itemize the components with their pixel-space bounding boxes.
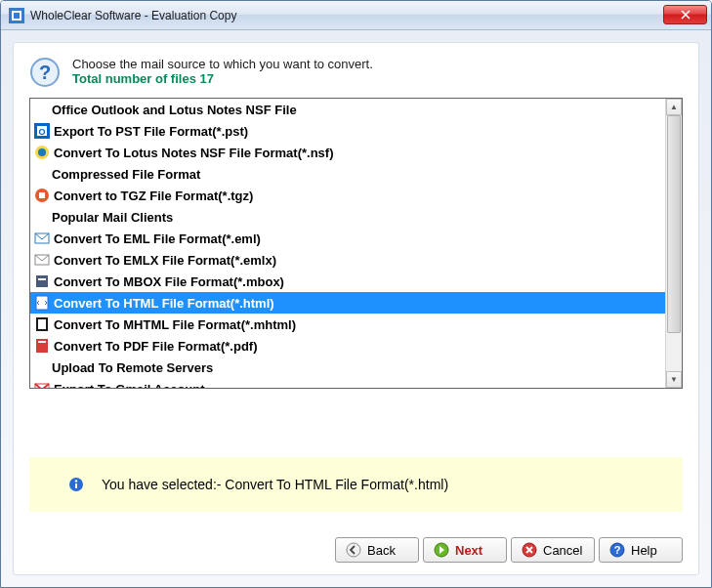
list-item[interactable]: Convert To HTML File Format(*.html) <box>30 292 682 314</box>
file-count-prefix: Total number of files <box>72 71 200 86</box>
emlx-icon <box>34 252 50 268</box>
gmail-icon <box>34 381 50 388</box>
list-item-label: Convert To HTML File Format(*.html) <box>54 296 274 311</box>
help-label: Help <box>631 543 672 558</box>
help-icon: ? <box>609 542 625 558</box>
list-item[interactable]: Convert To MBOX File Format(*.mbox) <box>30 271 682 292</box>
next-label: Next <box>455 543 496 558</box>
list-category-header: Popular Mail Clients <box>30 206 682 228</box>
svg-rect-20 <box>38 341 46 343</box>
svg-point-9 <box>38 148 46 156</box>
titlebar: WholeClear Software - Evaluation Copy <box>1 1 711 30</box>
svg-rect-16 <box>36 296 48 310</box>
list-item-label: Convert To EML File Format(*.eml) <box>54 231 261 246</box>
file-count-value: 17 <box>200 71 214 86</box>
list-item[interactable]: Convert to TGZ File Format(*.tgz) <box>30 185 682 206</box>
svg-rect-2 <box>14 13 20 19</box>
info-icon <box>68 477 84 492</box>
list-item-label: Convert To MBOX File Format(*.mbox) <box>54 274 284 289</box>
list-item[interactable]: Convert To EML File Format(*.eml) <box>30 228 682 249</box>
mbox-icon <box>34 273 50 289</box>
close-button[interactable] <box>663 5 707 24</box>
lotus-icon <box>34 145 50 160</box>
svg-rect-18 <box>38 319 46 329</box>
mhtml-icon <box>34 316 50 332</box>
cancel-button[interactable]: Cancel <box>511 537 595 563</box>
list-item[interactable]: OExport To PST File Format(*.pst) <box>30 120 682 142</box>
file-count-text: Total number of files 17 <box>72 71 373 86</box>
list-item[interactable]: Convert To PDF File Format(*.pdf) <box>30 335 682 357</box>
window-title: WholeClear Software - Evaluation Copy <box>30 9 663 22</box>
list-item[interactable]: Convert To MHTML File Format(*.mhtml) <box>30 314 682 335</box>
back-label: Back <box>367 543 408 558</box>
list-item-label: Convert To MHTML File Format(*.mhtml) <box>54 317 296 332</box>
back-button[interactable]: Back <box>335 537 419 563</box>
selection-value: Convert To HTML File Format(*.html) <box>225 477 448 492</box>
list-item-label: Convert To PDF File Format(*.pdf) <box>54 339 257 354</box>
list-item-label: Convert to TGZ File Format(*.tgz) <box>54 189 253 203</box>
list-item-label: Export To PST File Format(*.pst) <box>54 124 248 139</box>
scroll-thumb[interactable] <box>667 115 681 333</box>
list-item[interactable]: Export To Gmail Account <box>30 378 682 388</box>
list-item-label: Convert To EMLX File Format(*.emlx) <box>54 253 276 268</box>
svg-text:?: ? <box>614 544 621 556</box>
back-icon <box>346 542 361 558</box>
list-item-label: Export To Gmail Account <box>54 382 205 389</box>
list-category-header: Upload To Remote Servers <box>30 357 682 378</box>
next-button[interactable]: Next <box>423 537 507 563</box>
next-icon <box>434 542 449 558</box>
list-item[interactable]: Convert To EMLX File Format(*.emlx) <box>30 249 682 271</box>
eml-icon <box>34 231 50 246</box>
selection-text: You have selected:- Convert To HTML File… <box>102 477 448 492</box>
cancel-icon <box>522 542 537 558</box>
question-icon: ? <box>29 57 61 88</box>
app-icon <box>9 8 24 23</box>
help-button[interactable]: ? Help <box>599 537 683 563</box>
svg-point-25 <box>347 543 360 557</box>
html-icon <box>34 295 50 311</box>
header: ? Choose the mail source to which you wa… <box>29 57 683 88</box>
format-list: Office Outlook and Lotus Notes NSF FileO… <box>29 98 683 389</box>
svg-rect-11 <box>39 192 45 198</box>
scrollbar[interactable]: ▲ ▼ <box>665 99 682 388</box>
svg-rect-15 <box>38 278 46 280</box>
pdf-icon <box>34 338 50 354</box>
selection-info: You have selected:- Convert To HTML File… <box>29 457 683 512</box>
content-panel: ? Choose the mail source to which you wa… <box>13 42 699 575</box>
tgz-icon <box>34 188 50 203</box>
close-icon <box>681 10 691 20</box>
instruction-text: Choose the mail source to which you want… <box>72 57 373 71</box>
scroll-up-button[interactable]: ▲ <box>666 99 682 115</box>
svg-rect-24 <box>75 483 77 488</box>
selection-prefix: You have selected:- <box>102 477 225 492</box>
svg-rect-14 <box>36 275 48 287</box>
button-bar: Back Next Cancel ? Help <box>29 531 683 563</box>
list-category-header: Compressed File Format <box>30 163 682 185</box>
main-window: WholeClear Software - Evaluation Copy ? … <box>0 0 712 588</box>
list-category-header: Office Outlook and Lotus Notes NSF File <box>30 99 682 120</box>
svg-text:O: O <box>38 127 45 137</box>
outlook-icon: O <box>34 123 50 139</box>
content-area: ? Choose the mail source to which you wa… <box>1 30 711 587</box>
scroll-down-button[interactable]: ▼ <box>666 371 682 388</box>
list-item[interactable]: Convert To Lotus Notes NSF File Format(*… <box>30 142 682 163</box>
cancel-label: Cancel <box>543 543 584 558</box>
svg-text:?: ? <box>39 62 51 83</box>
list-item-label: Convert To Lotus Notes NSF File Format(*… <box>54 146 334 160</box>
scroll-track[interactable] <box>666 115 682 371</box>
svg-point-23 <box>75 480 77 482</box>
